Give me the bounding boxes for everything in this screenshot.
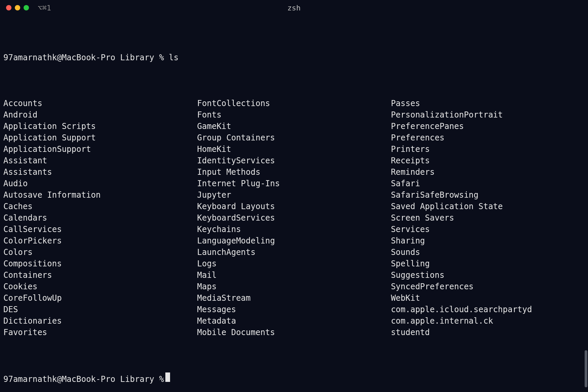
list-item: Reminders bbox=[391, 166, 585, 178]
scrollbar-thumb[interactable] bbox=[585, 350, 587, 387]
list-item: Passes bbox=[391, 98, 585, 109]
list-item: PreferencePanes bbox=[391, 121, 585, 132]
list-item: LaunchAgents bbox=[197, 247, 391, 258]
list-item: Messages bbox=[197, 304, 391, 315]
list-item: Calendars bbox=[3, 212, 197, 224]
list-item: Maps bbox=[197, 281, 391, 292]
list-item: HomeKit bbox=[197, 143, 391, 155]
terminal-body[interactable]: 97amarnathk@MacBook-Pro Library % ls Acc… bbox=[0, 15, 588, 392]
ls-column-3: PassesPersonalizationPortraitPreferenceP… bbox=[391, 98, 585, 338]
list-item: Autosave Information bbox=[3, 189, 197, 201]
list-item: Screen Savers bbox=[391, 212, 585, 224]
list-item: DES bbox=[3, 304, 197, 315]
list-item: Assistant bbox=[3, 155, 197, 166]
list-item: Sharing bbox=[391, 235, 585, 247]
prompt: 97amarnathk@MacBook-Pro Library % bbox=[3, 373, 164, 385]
list-item: Accounts bbox=[3, 98, 197, 109]
list-item: GameKit bbox=[197, 121, 391, 132]
list-item: LanguageModeling bbox=[197, 235, 391, 247]
list-item: CoreFollowUp bbox=[3, 292, 197, 304]
prompt-line: 97amarnathk@MacBook-Pro Library % bbox=[3, 372, 585, 385]
list-item: Application Scripts bbox=[3, 121, 197, 132]
tab-label[interactable]: ⌥⌘1 bbox=[38, 4, 51, 12]
list-item: IdentityServices bbox=[197, 155, 391, 166]
list-item: Suggestions bbox=[391, 269, 585, 281]
list-item: Favorites bbox=[3, 327, 197, 338]
list-item: Compositions bbox=[3, 258, 197, 269]
list-item: WebKit bbox=[391, 292, 585, 304]
ls-output: AccountsAndroidApplication ScriptsApplic… bbox=[3, 98, 585, 338]
list-item: Colors bbox=[3, 247, 197, 258]
list-item: Services bbox=[391, 224, 585, 235]
list-item: Saved Application State bbox=[391, 201, 585, 212]
command-text: ls bbox=[169, 52, 178, 63]
list-item: Internet Plug-Ins bbox=[197, 178, 391, 189]
list-item: Printers bbox=[391, 143, 585, 155]
list-item: Receipts bbox=[391, 155, 585, 166]
prompt-line: 97amarnathk@MacBook-Pro Library % ls bbox=[3, 52, 585, 63]
window-title: zsh bbox=[0, 4, 588, 12]
prompt: 97amarnathk@MacBook-Pro Library % bbox=[3, 52, 164, 63]
close-icon[interactable] bbox=[6, 5, 11, 10]
list-item: Spelling bbox=[391, 258, 585, 269]
list-item: Containers bbox=[3, 269, 197, 281]
list-item: Metadata bbox=[197, 315, 391, 327]
list-item: Group Containers bbox=[197, 132, 391, 143]
list-item: ColorPickers bbox=[3, 235, 197, 247]
list-item: SafariSafeBrowsing bbox=[391, 189, 585, 201]
list-item: Assistants bbox=[3, 166, 197, 178]
minimize-icon[interactable] bbox=[15, 5, 20, 10]
list-item: Caches bbox=[3, 201, 197, 212]
cursor-icon bbox=[165, 372, 170, 382]
terminal-window: ⌥⌘1 zsh 97amarnathk@MacBook-Pro Library … bbox=[0, 0, 588, 392]
list-item: Audio bbox=[3, 178, 197, 189]
list-item: SyncedPreferences bbox=[391, 281, 585, 292]
list-item: studentd bbox=[391, 327, 585, 338]
list-item: Keyboard Layouts bbox=[197, 201, 391, 212]
list-item: Logs bbox=[197, 258, 391, 269]
list-item: KeyboardServices bbox=[197, 212, 391, 224]
zoom-icon[interactable] bbox=[24, 5, 29, 10]
list-item: PersonalizationPortrait bbox=[391, 109, 585, 121]
list-item: Mobile Documents bbox=[197, 327, 391, 338]
list-item: Input Methods bbox=[197, 166, 391, 178]
titlebar: ⌥⌘1 zsh bbox=[0, 0, 588, 15]
list-item: MediaStream bbox=[197, 292, 391, 304]
list-item: ApplicationSupport bbox=[3, 143, 197, 155]
list-item: com.apple.icloud.searchpartyd bbox=[391, 304, 585, 315]
list-item: Preferences bbox=[391, 132, 585, 143]
list-item: FontCollections bbox=[197, 98, 391, 109]
list-item: Dictionaries bbox=[3, 315, 197, 327]
list-item: Safari bbox=[391, 178, 585, 189]
window-controls bbox=[6, 5, 29, 10]
list-item: Application Support bbox=[3, 132, 197, 143]
list-item: Mail bbox=[197, 269, 391, 281]
list-item: com.apple.internal.ck bbox=[391, 315, 585, 327]
list-item: Jupyter bbox=[197, 189, 391, 201]
list-item: Sounds bbox=[391, 247, 585, 258]
list-item: Keychains bbox=[197, 224, 391, 235]
ls-column-2: FontCollectionsFontsGameKitGroup Contain… bbox=[197, 98, 391, 338]
scrollbar[interactable] bbox=[584, 27, 587, 389]
ls-column-1: AccountsAndroidApplication ScriptsApplic… bbox=[3, 98, 197, 338]
list-item: Cookies bbox=[3, 281, 197, 292]
list-item: Android bbox=[3, 109, 197, 121]
list-item: Fonts bbox=[197, 109, 391, 121]
list-item: CallServices bbox=[3, 224, 197, 235]
